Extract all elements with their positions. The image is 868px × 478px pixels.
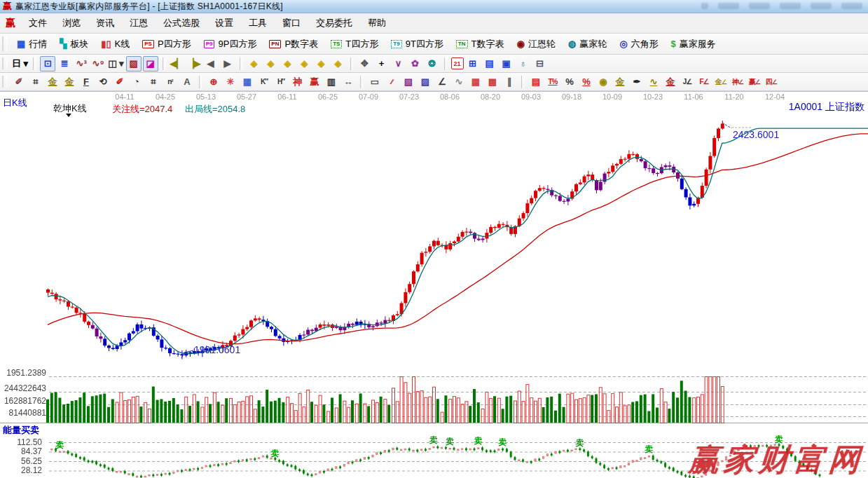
f-angle-line-button[interactable]: F∠ <box>696 74 712 90</box>
price-ruler-tool-button[interactable]: ▥ <box>324 74 339 90</box>
diamond-shift-left-button[interactable]: ◈ <box>247 56 262 71</box>
notebook-button[interactable]: ▤ <box>482 56 497 71</box>
cycle-clock-tool-button[interactable]: ◔ <box>129 74 144 90</box>
wave3-overlay-button[interactable]: ∿³ <box>74 56 89 71</box>
gold-wave-button[interactable]: ∿ <box>646 74 661 90</box>
percent-lines-button[interactable]: % <box>579 74 594 90</box>
gold-line-red-button[interactable]: 金 <box>663 74 678 90</box>
j-angle-line-button[interactable]: J∠ <box>680 74 695 90</box>
menu-browse[interactable]: 浏览 <box>55 14 88 32</box>
gann-wheel-button[interactable]: ◉江恩轮 <box>510 36 561 52</box>
info-list-button[interactable]: ≣ <box>57 56 72 71</box>
volume-ladder-button[interactable]: ▤ <box>528 74 544 90</box>
calculator-button[interactable]: ⊞ <box>465 56 481 71</box>
ying-angle-line-button[interactable]: 赢∠ <box>747 74 762 90</box>
sectors-button[interactable]: ▚板块 <box>53 36 95 52</box>
fibonacci-tool-button[interactable]: F <box>78 74 94 90</box>
shen-angle-line-button[interactable]: 神∠ <box>730 74 745 90</box>
k-mark-tool-button[interactable]: K″ <box>256 74 272 90</box>
menu-tools[interactable]: 工具 <box>241 14 275 32</box>
gann-pattern-button[interactable]: ✿ <box>408 56 423 71</box>
menu-gann[interactable]: 江恩 <box>122 14 156 32</box>
angle-lines-tool-button[interactable]: ∠ <box>434 74 450 90</box>
kline-button[interactable]: ▮▯K线 <box>95 36 136 52</box>
fan-square-tool-button[interactable]: ▧ <box>401 74 416 90</box>
crosshair-button[interactable]: + <box>374 56 390 71</box>
winner-wheel-button[interactable]: ◍赢家轮 <box>562 36 613 52</box>
web-button[interactable]: ♁ <box>516 56 531 71</box>
text-note-tool-button[interactable]: A <box>179 74 195 90</box>
p-number-table-button[interactable]: PNP数字表 <box>263 36 324 52</box>
next-bar-button[interactable]: ▶ <box>220 56 235 71</box>
sub-indicator-label[interactable]: 能量买卖 <box>3 424 39 437</box>
zoom-area-button[interactable]: ⊡ <box>40 56 55 71</box>
winner-service-button[interactable]: $赢家服务 <box>664 36 722 52</box>
wave9-overlay-button[interactable]: ∿⁹ <box>90 56 106 71</box>
diamond-expand-button[interactable]: ◈ <box>263 56 279 71</box>
menu-window[interactable]: 窗口 <box>275 14 308 32</box>
wave-zigzag-tool-button[interactable]: ∿ <box>451 74 467 90</box>
n-square-tool-button[interactable]: n² <box>163 74 178 90</box>
gold-angle-line-button[interactable]: 金∠ <box>713 74 729 90</box>
spiral-tool-button[interactable]: ⟲ <box>95 74 111 90</box>
grid-box-tool-button[interactable]: ▦ <box>240 74 255 90</box>
si-angle-line-button[interactable]: 四∠ <box>764 74 779 90</box>
spray-red-tool-button[interactable]: ✐ <box>112 74 128 90</box>
qiankun-kline-button[interactable]: ▨ <box>126 56 142 71</box>
diamond-shrink-button[interactable]: ◈ <box>280 56 296 71</box>
kline-chart-canvas[interactable] <box>0 92 868 478</box>
gold-grid2-tool-button[interactable]: 金 <box>62 74 77 90</box>
market-quotes-button[interactable]: ▦行情 <box>11 36 53 52</box>
menu-help[interactable]: 帮助 <box>360 14 394 32</box>
period-day-button[interactable]: 日 ▾ <box>11 56 29 71</box>
menu-settings[interactable]: 设置 <box>207 14 241 32</box>
indicator-dropdown-icon[interactable] <box>66 114 71 117</box>
9p-square-button[interactable]: P99P四方形 <box>198 36 263 52</box>
brush-marker-button[interactable]: ✒ <box>629 74 645 90</box>
gold-grid-tool-button[interactable]: 金 <box>45 74 60 90</box>
print-button[interactable]: ⊟ <box>532 56 548 71</box>
gann-compass-tool-button[interactable]: ⊕ <box>206 74 221 90</box>
diamond-down-button[interactable]: ◈ <box>331 56 346 71</box>
h-mark-tool-button[interactable]: H″ <box>273 74 289 90</box>
prev-bar-button[interactable]: ◀ <box>203 56 219 71</box>
calendar-button[interactable]: 21 <box>451 57 464 69</box>
p-square-button[interactable]: PSP四方形 <box>136 36 197 52</box>
t-percent-button[interactable]: T% <box>545 74 560 90</box>
menu-news[interactable]: 资讯 <box>88 14 122 32</box>
gann-box-red-tool-button[interactable]: ▩ <box>485 74 500 90</box>
menu-file[interactable]: 文件 <box>21 14 55 32</box>
diamond-up-button[interactable]: ◈ <box>314 56 329 71</box>
gold-level-button[interactable]: 金 <box>612 74 628 90</box>
parallel-lines-tool-button[interactable]: ∥ <box>502 74 517 90</box>
dense-grid-tool-button[interactable]: ⌗ <box>146 74 161 90</box>
menu-trade-order[interactable]: 交易委托 <box>308 14 360 32</box>
t-number-table-button[interactable]: TNT数字表 <box>450 36 511 52</box>
volume-profile-button[interactable]: ◪ <box>143 56 158 71</box>
first-page-button[interactable]: ◀▏ <box>170 56 185 71</box>
cloud-pattern-button[interactable]: ❂ <box>425 56 440 71</box>
hexagon-button[interactable]: ◎六角形 <box>613 36 664 52</box>
ying-tool-button[interactable]: 赢 <box>307 74 322 90</box>
save-button[interactable]: ▣ <box>499 56 514 71</box>
width-measure-tool-button[interactable]: ↔ <box>340 74 356 90</box>
last-page-button[interactable]: ▕▶ <box>186 56 202 71</box>
gann-grid-red-tool-button[interactable]: ▦ <box>468 74 483 90</box>
gold-circle-button[interactable]: ◉ <box>595 74 611 90</box>
radial-web-tool-button[interactable]: ✳ <box>223 74 238 90</box>
9t-square-button[interactable]: T99T四方形 <box>385 36 450 52</box>
ray-box-tool-button[interactable]: ▨ <box>418 74 433 90</box>
percent-button[interactable]: % <box>562 74 577 90</box>
rect-box-tool-button[interactable]: ▭ <box>367 74 383 90</box>
hand-drag-button[interactable]: ✥ <box>357 56 373 71</box>
shen-tool-button[interactable]: 神 <box>290 74 305 90</box>
grid-tool-button[interactable]: ⌗ <box>28 74 43 90</box>
fan-lines-tool-button[interactable]: ∕∕ <box>384 74 399 90</box>
menu-formula-stock-pick[interactable]: 公式选股 <box>156 14 207 32</box>
diamond-shift-right-button[interactable]: ◈ <box>297 56 312 71</box>
candle-style-button[interactable]: ◫ ▾ <box>107 56 124 71</box>
9t-square-button-label: 9T四方形 <box>406 38 443 50</box>
t-square-button[interactable]: TST四方形 <box>324 36 385 52</box>
spray-tool-button[interactable]: ✐ <box>11 74 27 90</box>
line-draw-button[interactable]: ∨ <box>391 56 406 71</box>
